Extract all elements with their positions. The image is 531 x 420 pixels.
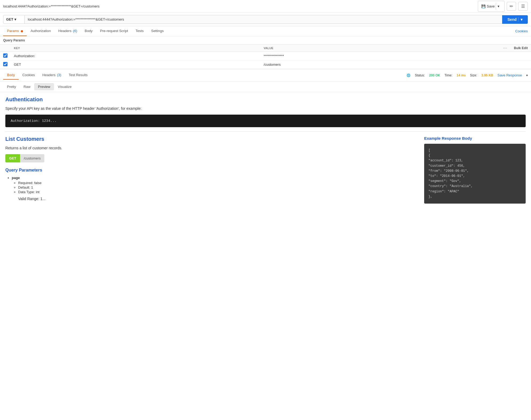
json-line-6: "segment": "Gov", xyxy=(428,179,521,184)
method-label: GET xyxy=(6,17,13,21)
json-line-3: "customer_id": 456, xyxy=(428,164,521,169)
save-chevron[interactable]: ▾ xyxy=(496,3,501,10)
comment-button[interactable]: ☰ xyxy=(518,2,528,11)
title-bar: localhost:4444?Authorization:=**********… xyxy=(0,0,531,13)
status-info: 🌐 Status: 200 OK Time: 14 ms Size: 3.95 … xyxy=(407,73,528,77)
method-chevron: ▾ xyxy=(14,17,16,21)
body-tab-raw[interactable]: Raw xyxy=(20,83,34,90)
edit-icon: ✏ xyxy=(510,4,513,9)
json-line-9: }, xyxy=(428,194,521,199)
example-response-title: Example Response Body xyxy=(424,136,526,141)
url-input[interactable] xyxy=(25,15,502,24)
resp-tab-body[interactable]: Body xyxy=(3,71,19,80)
row1-checkbox-cell xyxy=(0,52,11,60)
row1-checkbox[interactable] xyxy=(3,53,7,58)
json-line-4: "from": "2008-06-01", xyxy=(428,169,521,174)
param-list: page Required: false Default: 1 Data Typ… xyxy=(5,176,419,194)
auth-title: Authentication xyxy=(5,96,526,103)
send-chevron[interactable]: ▾ xyxy=(518,17,522,22)
resp-tab-headers[interactable]: Headers (3) xyxy=(39,71,65,80)
status-label: Status: xyxy=(415,73,425,77)
auth-code-block: Authorization: 1234... xyxy=(5,115,526,127)
table-row: Authorization: *************** xyxy=(0,52,531,60)
title-bar-actions: 💾 Save ▾ ✏ ☰ xyxy=(478,1,528,12)
resp-tab-cookies[interactable]: Cookies xyxy=(19,71,39,80)
time-label: Time: xyxy=(444,73,452,77)
row2-actions xyxy=(500,60,531,69)
response-tabs: Body Cookies Headers (3) Test Results xyxy=(3,71,402,80)
tab-prerequest[interactable]: Pre-request Script xyxy=(96,26,132,36)
body-tab-visualize[interactable]: Visualize xyxy=(54,83,75,90)
endpoint-method: GET xyxy=(5,154,20,162)
status-value: 200 OK xyxy=(429,73,440,77)
method-select[interactable]: GET ▾ xyxy=(3,15,25,24)
query-params-title: Query Parameters xyxy=(5,168,419,173)
table-row: GET /customers xyxy=(0,60,531,69)
row2-checkbox[interactable] xyxy=(3,62,7,66)
params-table: KEY VALUE ··· Bulk Edit Authorization: *… xyxy=(0,45,531,69)
list-customers-left: List Customers Returns a list of custome… xyxy=(5,136,419,205)
query-params-header: Query Params xyxy=(0,36,531,45)
list-customers-section: List Customers Returns a list of custome… xyxy=(5,136,526,205)
param-details: Required: false Default: 1 Data Type: in… xyxy=(12,181,419,194)
row2-value: /customers xyxy=(260,60,500,69)
size-label: Size: xyxy=(470,73,477,77)
request-tabs: Params Authorization Headers (6) Body Pr… xyxy=(0,26,531,36)
send-button[interactable]: Send ▾ xyxy=(502,15,528,24)
url-bar: GET ▾ Send ▾ xyxy=(0,13,531,26)
example-response-box: [ { "account_id": 123, "customer_id": 45… xyxy=(424,144,526,204)
checkbox-col-header xyxy=(0,45,11,52)
globe-icon: 🌐 xyxy=(407,73,411,77)
row1-key: Authorization: xyxy=(11,52,260,60)
cookies-link[interactable]: Cookies xyxy=(515,29,528,33)
body-tab-pretty[interactable]: Pretty xyxy=(3,83,20,90)
size-value: 3.95 KB xyxy=(481,73,493,77)
row1-actions xyxy=(500,52,531,60)
key-col-header: KEY xyxy=(11,45,260,52)
resp-tab-testresults[interactable]: Test Results xyxy=(65,71,91,80)
row2-key: GET xyxy=(11,60,260,69)
val-col-header: VALUE xyxy=(260,45,500,52)
more-icon[interactable]: ··· xyxy=(503,46,507,50)
json-line-2: "account_id": 123, xyxy=(428,158,521,163)
tab-headers[interactable]: Headers (6) xyxy=(54,26,81,36)
save-label: Save xyxy=(487,4,495,8)
list-customers-desc: Returns a list of customer records. xyxy=(5,145,419,151)
param-name: page xyxy=(12,176,20,180)
body-tab-preview[interactable]: Preview xyxy=(34,83,54,90)
send-label: Send xyxy=(507,17,517,22)
save-button[interactable]: 💾 Save ▾ xyxy=(478,1,505,12)
tab-body[interactable]: Body xyxy=(81,26,96,36)
list-item: Default: 1 xyxy=(18,185,419,189)
preview-content: Authentication Specify your API key as t… xyxy=(0,92,531,209)
json-line-7: "country": "Australia", xyxy=(428,184,521,189)
json-line-5: "to": "2014-06-01", xyxy=(428,174,521,179)
endpoint-row: GET /customers xyxy=(5,154,419,162)
body-view-tabs: Pretty Raw Preview Visualize xyxy=(0,81,531,92)
section-divider xyxy=(5,131,526,132)
save-response-chevron[interactable]: ▾ xyxy=(526,73,528,77)
comment-icon: ☰ xyxy=(521,4,525,9)
title-bar-url: localhost:4444?Authorization:=**********… xyxy=(3,4,100,8)
list-item: Required: false xyxy=(18,181,419,185)
list-item: page Required: false Default: 1 Data Typ… xyxy=(12,176,419,194)
actions-col-header: ··· xyxy=(500,45,511,52)
list-customers-right: Example Response Body [ { "account_id": … xyxy=(424,136,526,205)
tab-params[interactable]: Params xyxy=(3,26,27,36)
row2-checkbox-cell xyxy=(0,60,11,69)
json-line-1: { xyxy=(428,153,521,158)
bulk-edit-button[interactable]: Bulk Edit xyxy=(514,46,528,50)
edit-button[interactable]: ✏ xyxy=(507,2,516,11)
tab-authorization[interactable]: Authorization xyxy=(27,26,54,36)
json-line-0: [ xyxy=(428,148,521,153)
row1-value: *************** xyxy=(260,52,500,60)
time-value: 14 ms xyxy=(456,73,466,77)
endpoint-path: /customers xyxy=(20,154,45,162)
tab-tests[interactable]: Tests xyxy=(132,26,147,36)
tab-settings[interactable]: Settings xyxy=(147,26,167,36)
json-line-8: "region": "APAC" xyxy=(428,189,521,194)
save-icon: 💾 xyxy=(481,4,486,8)
save-response-button[interactable]: Save Response xyxy=(497,73,522,77)
list-item: Data Type: int xyxy=(18,190,419,194)
valid-range: Valid Range: 1... xyxy=(5,196,419,202)
